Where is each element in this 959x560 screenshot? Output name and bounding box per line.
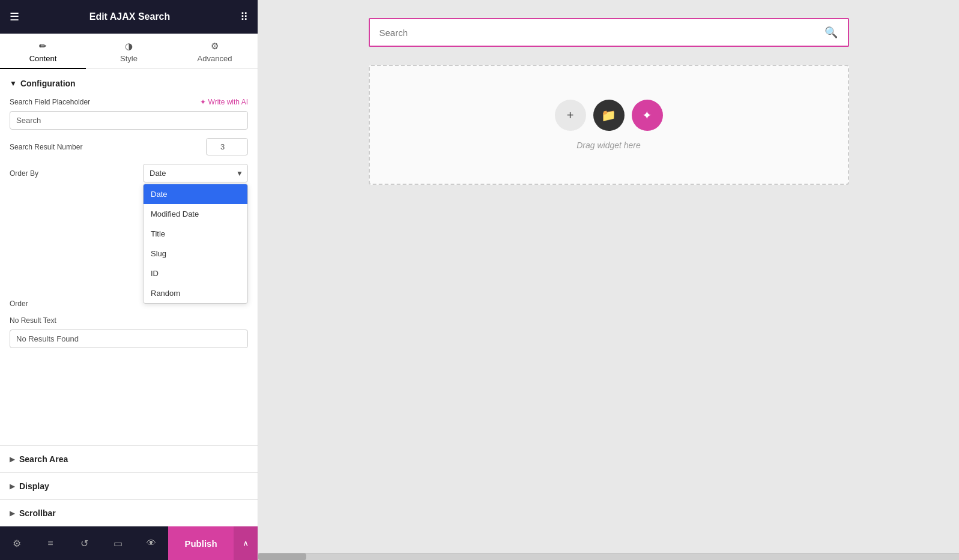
dropdown-item-date[interactable]: Date	[144, 184, 247, 204]
panel-content: ▼ Configuration Search Field Placeholder…	[0, 69, 258, 445]
publish-chevron-button[interactable]: ∧	[234, 526, 258, 560]
select-arrow-icon: ▼	[236, 169, 243, 178]
tab-content[interactable]: ✏ Content	[0, 34, 86, 69]
order-by-label: Order By	[10, 169, 38, 178]
no-result-input[interactable]	[10, 330, 248, 348]
scrollbar-section: ▶ Scrollbar	[0, 499, 258, 526]
no-result-label-row: No Result Text	[10, 316, 248, 325]
tab-style[interactable]: ◑ Style	[86, 34, 172, 69]
configuration-section-title: ▼ Configuration	[10, 79, 248, 88]
history-button[interactable]: ↺	[67, 526, 101, 560]
dropdown-item-id[interactable]: ID	[144, 263, 247, 283]
search-area-section: ▶ Search Area	[0, 445, 258, 472]
drag-action-buttons: + 📁 ✦	[555, 100, 663, 131]
advanced-tab-label: Advanced	[198, 54, 232, 63]
content-tab-icon: ✏	[39, 41, 47, 52]
scrollbar-toggle[interactable]: ▶ Scrollbar	[10, 508, 248, 518]
result-number-row: Search Result Number	[10, 138, 248, 155]
search-placeholder-input[interactable]	[10, 111, 248, 130]
order-by-selected-value: Date	[150, 169, 166, 178]
display-toggle[interactable]: ▶ Display	[10, 481, 248, 491]
search-preview-button[interactable]: 🔍	[814, 19, 848, 46]
folder-button[interactable]: 📁	[593, 100, 625, 131]
order-by-select-wrapper: Date ▼ Date Modified Date Title Slug ID …	[143, 164, 248, 182]
canvas-area: 🔍 + 📁 ✦ Drag widget here	[258, 0, 959, 553]
result-number-label: Search Result Number	[10, 143, 82, 151]
panel-header: ☰ Edit AJAX Search ⠿	[0, 0, 258, 34]
dropdown-item-title[interactable]: Title	[144, 224, 247, 244]
preview-button[interactable]: 👁	[135, 526, 168, 560]
write-with-ai-button[interactable]: ✦ Write with AI	[200, 98, 248, 106]
bottom-bar: ⚙ ≡ ↺ ▭ 👁 Publish ∧	[0, 526, 258, 560]
display-section: ▶ Display	[0, 472, 258, 499]
display-arrow-icon: ▶	[10, 483, 14, 490]
order-by-container: Order By Date ▼ Date Modified Date Title…	[10, 164, 248, 182]
drag-widget-area: + 📁 ✦ Drag widget here	[369, 65, 849, 185]
style-tab-icon: ◑	[125, 41, 133, 52]
folder-icon: 📁	[601, 108, 616, 122]
result-number-input[interactable]	[206, 138, 248, 155]
tab-advanced[interactable]: ⚙ Advanced	[172, 34, 258, 69]
search-placeholder-label: Search Field Placeholder	[10, 98, 90, 106]
drag-text: Drag widget here	[576, 140, 641, 150]
scroll-thumb[interactable]	[258, 553, 306, 560]
order-by-select[interactable]: Date ▼	[143, 164, 248, 182]
responsive-button[interactable]: ▭	[101, 526, 135, 560]
right-area: 🔍 + 📁 ✦ Drag widget here	[258, 0, 959, 560]
content-tab-label: Content	[29, 54, 57, 63]
search-widget-preview: 🔍	[369, 18, 849, 47]
order-by-dropdown: Date Modified Date Title Slug ID Random	[143, 184, 248, 304]
panel-title: Edit AJAX Search	[89, 11, 171, 22]
scrollbar-label: Scrollbar	[19, 508, 56, 518]
grid-icon[interactable]: ⠿	[240, 10, 248, 23]
display-label: Display	[19, 481, 49, 491]
horizontal-scrollbar[interactable]	[258, 553, 959, 560]
settings-button[interactable]: ⚙	[0, 526, 34, 560]
config-arrow-icon: ▼	[10, 79, 17, 88]
search-preview-input[interactable]	[370, 28, 814, 38]
left-panel: ☰ Edit AJAX Search ⠿ ✏ Content ◑ Style ⚙…	[0, 0, 258, 560]
dropdown-item-random[interactable]: Random	[144, 283, 247, 303]
order-label: Order	[10, 300, 28, 308]
add-widget-button[interactable]: +	[555, 100, 586, 131]
no-result-label: No Result Text	[10, 316, 56, 325]
search-placeholder-label-row: Search Field Placeholder ✦ Write with AI	[10, 98, 248, 106]
search-area-toggle[interactable]: ▶ Search Area	[10, 454, 248, 464]
publish-button[interactable]: Publish	[168, 526, 234, 560]
search-area-label: Search Area	[19, 454, 68, 464]
dropdown-item-slug[interactable]: Slug	[144, 244, 247, 263]
layers-button[interactable]: ≡	[34, 526, 67, 560]
advanced-tab-icon: ⚙	[211, 41, 219, 52]
order-by-row: Order By Date ▼ Date Modified Date Title…	[10, 164, 248, 182]
config-title-text: Configuration	[20, 79, 76, 88]
panel-tabs: ✏ Content ◑ Style ⚙ Advanced	[0, 34, 258, 69]
style-tab-label: Style	[120, 54, 138, 63]
search-preview-icon: 🔍	[824, 26, 838, 39]
hamburger-icon[interactable]: ☰	[10, 10, 19, 23]
dropdown-item-modified-date[interactable]: Modified Date	[144, 204, 247, 224]
search-area-arrow-icon: ▶	[10, 456, 14, 463]
bottom-icon-group: ⚙ ≡ ↺ ▭ 👁	[0, 526, 168, 560]
scrollbar-arrow-icon: ▶	[10, 510, 14, 517]
ai-button[interactable]: ✦	[632, 100, 663, 131]
